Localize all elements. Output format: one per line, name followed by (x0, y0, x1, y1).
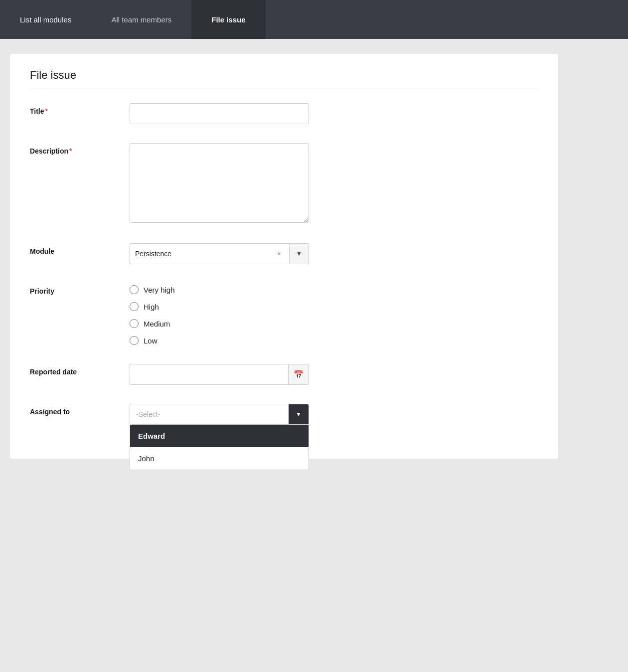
module-label: Module (30, 243, 130, 255)
dropdown-item-edward[interactable]: Edward (130, 425, 309, 447)
module-value: Persistence (135, 250, 171, 258)
description-row: Description* (30, 138, 538, 224)
priority-radio-group: Very high High Medium Low (130, 283, 309, 345)
module-select-box[interactable]: Persistence × (130, 243, 289, 264)
assigned-select-wrap: -Select- Edward John (130, 404, 309, 425)
description-input[interactable] (130, 143, 309, 223)
date-input-wrap: 📅 (130, 364, 309, 385)
form-card: File issue Title* Description* Module (10, 54, 558, 459)
description-input-wrap (130, 143, 309, 224)
reported-date-input[interactable] (130, 364, 288, 385)
priority-very-high-label: Very high (144, 286, 175, 294)
assigned-dropdown-menu: Edward John (130, 425, 309, 470)
assigned-to-row: Assigned to -Select- Edward John (30, 399, 538, 425)
module-select-wrap: Persistence × (130, 243, 309, 264)
priority-low-label: Low (144, 336, 157, 345)
assigned-to-wrap: -Select- Edward John (130, 404, 309, 425)
module-dropdown-button[interactable] (289, 243, 309, 264)
priority-label: Priority (30, 283, 130, 295)
chevron-down-icon (296, 411, 302, 418)
radio-medium[interactable] (130, 319, 139, 328)
chevron-down-icon (296, 250, 302, 257)
tab-file-issue[interactable]: File issue (191, 0, 265, 39)
dropdown-item-john[interactable]: John (130, 447, 309, 470)
assigned-select-placeholder: -Select- (130, 410, 289, 418)
priority-control-wrap: Very high High Medium Low (130, 283, 309, 345)
radio-high[interactable] (130, 302, 139, 311)
calendar-icon: 📅 (294, 370, 304, 379)
title-required-star: * (45, 107, 48, 115)
module-row: Module Persistence × (30, 238, 538, 264)
description-required-star: * (69, 147, 72, 155)
priority-row: Priority Very high High Medium (30, 278, 538, 345)
priority-medium-label: Medium (144, 320, 170, 328)
page-title: File issue (30, 69, 538, 88)
priority-medium[interactable]: Medium (130, 319, 309, 328)
title-input[interactable] (130, 103, 309, 124)
reported-date-row: Reported date 📅 (30, 359, 538, 385)
radio-low[interactable] (130, 336, 139, 345)
title-label: Title* (30, 103, 130, 115)
calendar-button[interactable]: 📅 (288, 364, 309, 385)
assigned-select-box[interactable]: -Select- (130, 404, 309, 425)
priority-very-high[interactable]: Very high (130, 285, 309, 294)
radio-very-high[interactable] (130, 285, 139, 294)
reported-date-label: Reported date (30, 364, 130, 376)
title-row: Title* (30, 98, 538, 124)
module-control-wrap: Persistence × (130, 243, 309, 264)
page-wrapper: File issue Title* Description* Module (0, 39, 628, 474)
tab-all-team-members[interactable]: All team members (91, 0, 191, 39)
priority-high[interactable]: High (130, 302, 309, 311)
priority-high-label: High (144, 303, 159, 311)
title-input-wrap (130, 103, 309, 124)
reported-date-wrap: 📅 (130, 364, 309, 385)
nav-bar: List all modules All team members File i… (0, 0, 628, 39)
assigned-to-label: Assigned to (30, 404, 130, 416)
description-label: Description* (30, 143, 130, 155)
priority-low[interactable]: Low (130, 336, 309, 345)
module-clear-button[interactable]: × (274, 250, 284, 258)
tab-list-all-modules[interactable]: List all modules (0, 0, 91, 39)
assigned-dropdown-arrow[interactable] (289, 404, 309, 425)
